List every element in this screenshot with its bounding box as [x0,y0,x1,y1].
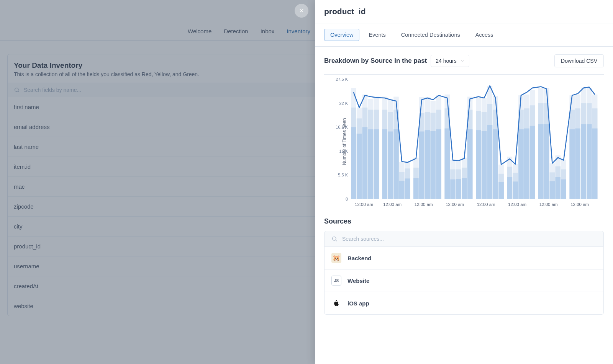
source-name: Backend [347,255,372,261]
svg-text:0: 0 [346,197,348,201]
nav-tab-welcome[interactable]: Welcome [188,28,211,34]
svg-rect-120 [575,129,580,199]
svg-rect-57 [445,129,450,199]
svg-rect-69 [467,129,473,199]
source-name: Website [347,277,369,284]
svg-point-138 [333,237,336,240]
svg-rect-51 [430,131,436,199]
chart-y-axis-label: Number of Times Seen [342,118,347,165]
panel-tabs: OverviewEventsConnected DestinationsAcce… [315,23,613,47]
svg-rect-129 [592,129,598,199]
svg-line-1 [18,91,19,92]
js-icon: JS [331,276,341,286]
svg-rect-24 [374,129,379,199]
svg-rect-42 [413,178,419,199]
source-name: iOS app [347,300,369,307]
svg-text:12:00 am: 12:00 am [383,202,402,207]
svg-rect-84 [498,182,504,199]
sources-search-input[interactable] [342,236,597,242]
panel-tab-overview[interactable]: Overview [324,29,359,41]
svg-rect-27 [382,129,388,199]
svg-text:12:00 am: 12:00 am [508,202,526,207]
download-csv-button[interactable]: Download CSV [554,54,604,67]
svg-rect-117 [570,129,575,199]
close-icon [298,8,305,14]
svg-rect-48 [425,130,430,199]
svg-rect-60 [450,180,456,199]
svg-rect-39 [405,178,410,199]
svg-rect-87 [507,177,513,199]
svg-rect-45 [419,132,425,199]
panel-tab-access[interactable]: Access [469,29,500,41]
svg-text:27.5 K: 27.5 K [336,77,348,82]
chevron-down-icon [461,59,464,63]
close-panel-button[interactable] [295,4,308,18]
nav-tab-detection[interactable]: Detection [224,28,248,34]
svg-text:12:00 am: 12:00 am [355,202,373,207]
svg-rect-78 [487,125,493,199]
svg-rect-114 [561,180,566,199]
svg-rect-99 [530,126,535,199]
svg-text:5.5 K: 5.5 K [338,173,348,177]
source-row[interactable]: iOS app [324,292,604,315]
svg-rect-108 [550,181,555,199]
svg-text:12:00 am: 12:00 am [477,202,495,207]
svg-point-0 [15,88,18,91]
svg-rect-66 [462,178,467,199]
sources-search[interactable] [324,231,604,247]
source-row[interactable]: 🐹Backend [324,247,604,269]
svg-rect-126 [587,124,592,199]
svg-rect-111 [555,177,561,199]
svg-rect-18 [362,127,368,199]
time-range-dropdown[interactable]: 24 hours [431,55,469,67]
svg-line-139 [336,240,337,241]
nav-tab-inbox[interactable]: Inbox [261,28,275,34]
source-row[interactable]: JSWebsite [324,269,604,292]
svg-text:22 K: 22 K [339,101,348,106]
svg-rect-105 [544,124,549,199]
apple-icon [331,298,341,308]
svg-rect-12 [351,127,356,199]
svg-rect-123 [581,124,586,199]
chart: Number of Times Seen 05.5 K11 K16.5 K22 … [324,74,604,208]
svg-text:12:00 am: 12:00 am [446,202,464,207]
svg-rect-63 [456,179,461,199]
svg-rect-21 [368,129,373,199]
svg-text:12:00 am: 12:00 am [539,202,558,207]
detail-panel: product_id OverviewEventsConnected Desti… [315,0,613,364]
svg-text:12:00 am: 12:00 am [415,202,433,207]
svg-rect-102 [538,124,544,199]
svg-rect-90 [513,181,518,199]
svg-rect-96 [524,129,529,199]
svg-rect-36 [399,181,405,199]
svg-text:12:00 am: 12:00 am [570,202,589,207]
panel-tab-events[interactable]: Events [362,29,392,41]
search-icon [14,87,20,93]
svg-rect-93 [518,129,524,199]
svg-rect-75 [482,131,487,199]
svg-rect-30 [388,132,393,199]
breakdown-heading: Breakdown by Source in the past [324,57,427,65]
svg-rect-72 [476,130,481,199]
search-icon [331,236,338,242]
svg-rect-81 [493,129,498,199]
panel-title: product_id [315,0,613,23]
sources-heading: Sources [324,217,604,225]
svg-rect-54 [436,129,441,199]
nav-tab-inventory[interactable]: Inventory [287,28,310,34]
time-range-value: 24 hours [436,58,456,64]
svg-rect-33 [393,129,399,199]
svg-rect-15 [357,134,362,199]
panel-tab-connected-destinations[interactable]: Connected Destinations [395,29,466,41]
go-icon: 🐹 [331,253,341,263]
